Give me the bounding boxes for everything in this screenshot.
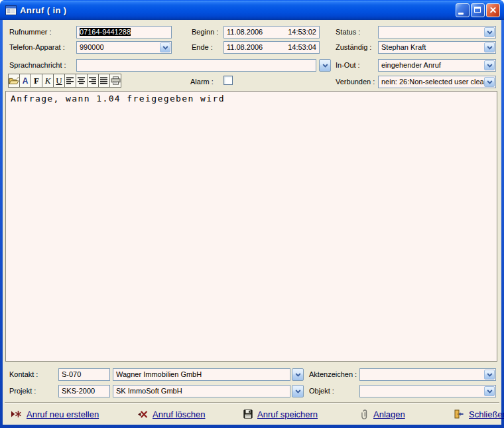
beginn-label: Beginn : xyxy=(192,28,218,36)
close-button[interactable] xyxy=(486,3,500,17)
italic-letter: K xyxy=(45,76,51,86)
ende-input[interactable]: 11.08.2006 14:53:04 xyxy=(223,41,320,54)
beginn-date: 11.08.2006 xyxy=(227,27,263,37)
attachments-icon xyxy=(361,409,369,419)
print-icon[interactable] xyxy=(109,74,121,88)
in-out-select[interactable]: eingehender Anruf xyxy=(378,59,496,72)
beginn-input[interactable]: 11.08.2006 14:53:02 xyxy=(223,26,320,38)
sprachnachricht-label: Sprachnachricht : xyxy=(9,61,66,69)
rufnummer-input[interactable]: 07164-9441288 xyxy=(76,26,172,38)
underline-icon[interactable]: U xyxy=(53,74,65,88)
projekt-code-value: SKS-2000 xyxy=(62,387,95,395)
kontakt-dropdown-button[interactable] xyxy=(292,368,304,381)
window-controls xyxy=(456,3,500,17)
verbunden-select[interactable]: nein: 26:Non-selected user clear xyxy=(378,76,496,88)
new-call-button[interactable]: Anruf neu erstellen xyxy=(11,407,99,421)
italic-icon[interactable]: K xyxy=(42,74,54,88)
projekt-dropdown-button[interactable] xyxy=(292,385,304,397)
open-folder-icon[interactable] xyxy=(8,74,20,88)
window-title: Anruf ( in ) xyxy=(20,5,456,15)
attachments-button[interactable]: Anlagen xyxy=(361,407,405,421)
align-left-icon[interactable] xyxy=(64,74,76,88)
underline-letter: U xyxy=(56,76,62,86)
projekt-label: Projekt : xyxy=(9,387,36,395)
align-right-icon[interactable] xyxy=(87,74,99,88)
rufnummer-label: Rufnummer : xyxy=(9,28,52,36)
titlebar[interactable]: Anruf ( in ) xyxy=(0,0,504,20)
format-toolbar: A F K U xyxy=(8,74,121,88)
objekt-label: Objekt : xyxy=(309,387,334,395)
close-form-label: Schließen xyxy=(469,409,504,419)
footer-divider xyxy=(5,402,499,403)
zustaendig-value: Stephan Kraft xyxy=(381,43,426,51)
align-center-icon[interactable] xyxy=(76,74,88,88)
ende-label: Ende : xyxy=(192,43,213,51)
font-color-icon[interactable]: A xyxy=(19,74,31,88)
new-call-icon xyxy=(11,410,22,418)
beginn-time: 14:53:02 xyxy=(288,27,316,37)
font-color-letter: A xyxy=(23,76,29,86)
status-select[interactable] xyxy=(378,26,496,38)
call-notes-textarea[interactable]: Anfrage, wann 1.04 freigegeben wird xyxy=(5,91,497,362)
save-call-icon xyxy=(243,409,253,419)
zustaendig-label: Zuständig : xyxy=(336,43,371,51)
delete-call-button[interactable]: Anruf löschen xyxy=(137,407,206,421)
kontakt-label: Kontakt : xyxy=(9,370,38,378)
projekt-name-input[interactable]: SK ImmoSoft GmbH xyxy=(113,385,290,397)
sprachnachricht-input[interactable] xyxy=(76,59,316,72)
attachments-label: Anlagen xyxy=(373,409,405,419)
chevron-down-icon[interactable] xyxy=(484,386,495,396)
verbunden-label: Verbunden : xyxy=(336,78,375,86)
new-call-label: Anruf neu erstellen xyxy=(27,409,99,419)
in-out-label: In-Out : xyxy=(336,61,360,69)
bold-icon[interactable]: F xyxy=(31,74,42,88)
ende-date: 11.08.2006 xyxy=(227,42,263,52)
alarm-checkbox[interactable] xyxy=(223,76,233,85)
form-body: Rufnummer : 07164-9441288 Beginn : 11.08… xyxy=(3,20,501,425)
aktenzeichen-select[interactable] xyxy=(359,368,496,381)
save-call-button[interactable]: Anruf speichern xyxy=(243,407,318,421)
alarm-label: Alarm : xyxy=(190,78,214,86)
maximize-button[interactable] xyxy=(471,3,485,17)
delete-call-label: Anruf löschen xyxy=(153,409,206,419)
rufnummer-value: 07164-9441288 xyxy=(80,28,131,36)
chevron-down-icon[interactable] xyxy=(160,42,170,52)
chevron-down-icon[interactable] xyxy=(484,60,495,70)
projekt-name-value: SK ImmoSoft GmbH xyxy=(116,387,182,395)
exit-door-icon xyxy=(454,409,464,419)
chevron-down-icon[interactable] xyxy=(484,77,495,87)
bold-letter: F xyxy=(34,76,39,86)
verbunden-value: nein: 26:Non-selected user clear xyxy=(381,78,486,86)
save-call-label: Anruf speichern xyxy=(257,409,318,419)
delete-call-icon xyxy=(137,410,148,419)
projekt-code-input[interactable]: SKS-2000 xyxy=(58,385,110,397)
in-out-value: eingehender Anruf xyxy=(381,61,441,69)
anruf-window: Anruf ( in ) Rufnummer : 07164-9441288 B… xyxy=(0,0,504,428)
justify-icon[interactable] xyxy=(98,74,110,88)
kontakt-name-input[interactable]: Wagner Immobilien GmbH xyxy=(113,368,290,381)
maximize-icon xyxy=(474,7,481,13)
kontakt-code-value: S-070 xyxy=(62,370,81,378)
kontakt-code-input[interactable]: S-070 xyxy=(58,368,110,381)
chevron-down-icon[interactable] xyxy=(484,27,495,37)
form-icon xyxy=(5,5,17,15)
telefon-apparat-select[interactable]: 990000 xyxy=(76,41,172,54)
close-form-button[interactable]: Schließen xyxy=(454,407,504,421)
minimize-button[interactable] xyxy=(456,3,470,17)
status-label: Status : xyxy=(336,28,360,36)
telefon-apparat-value: 990000 xyxy=(80,43,104,51)
chevron-down-icon[interactable] xyxy=(484,42,495,52)
chevron-down-icon[interactable] xyxy=(484,370,495,380)
call-notes-text: Anfrage, wann 1.04 freigegeben wird xyxy=(11,94,225,104)
minimize-icon xyxy=(458,13,464,15)
sprachnachricht-dropdown-button[interactable] xyxy=(319,59,331,72)
zustaendig-select[interactable]: Stephan Kraft xyxy=(378,41,496,54)
ende-time: 14:53:04 xyxy=(288,42,316,52)
objekt-select[interactable] xyxy=(359,385,496,397)
telefon-apparat-label: Telefon-Apparat : xyxy=(9,43,65,51)
aktenzeichen-label: Aktenzeichen : xyxy=(309,370,357,378)
kontakt-name-value: Wagner Immobilien GmbH xyxy=(116,370,202,378)
